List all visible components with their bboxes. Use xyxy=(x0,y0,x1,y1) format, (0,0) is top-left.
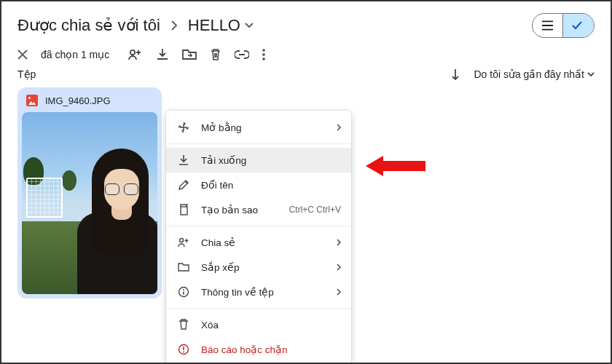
context-menu: Mở bằng Tải xuống Đổi tên Tạo bản sao Ct… xyxy=(166,111,351,364)
copy-icon xyxy=(176,204,191,215)
menu-make-copy[interactable]: Tạo bản sao Ctrl+C Ctrl+V xyxy=(166,197,351,222)
menu-file-info[interactable]: Thông tin về tệp xyxy=(166,280,351,304)
check-icon xyxy=(572,21,582,30)
menu-separator xyxy=(166,226,351,226)
menu-separator xyxy=(166,308,351,309)
svg-point-6 xyxy=(262,53,265,56)
chevron-down-icon xyxy=(245,23,254,28)
file-name: IMG_9460.JPG xyxy=(45,95,111,106)
info-icon xyxy=(176,286,191,298)
grid-view-button[interactable] xyxy=(563,14,594,37)
svg-point-11 xyxy=(183,289,184,290)
menu-report-label: Báo cáo hoặc chặn xyxy=(201,344,288,355)
breadcrumb-current-label: HELLO xyxy=(188,16,240,35)
menu-download[interactable]: Tải xuống xyxy=(166,148,351,173)
menu-report[interactable]: Báo cáo hoặc chặn xyxy=(166,337,351,362)
svg-point-5 xyxy=(262,49,265,52)
breadcrumb-shared[interactable]: Được chia sẻ với tôi xyxy=(17,16,160,35)
report-icon xyxy=(176,344,191,355)
list-icon xyxy=(541,20,554,31)
view-toggle xyxy=(532,13,595,38)
menu-make-copy-shortcut: Ctrl+C Ctrl+V xyxy=(289,205,341,215)
menu-rename-label: Đổi tên xyxy=(201,179,233,191)
submenu-arrow-icon xyxy=(337,264,341,271)
menu-remove-label: Xóa xyxy=(201,320,219,331)
menu-open-with[interactable]: Mở bằng xyxy=(166,115,351,140)
trash-icon xyxy=(176,319,191,331)
menu-remove[interactable]: Xóa xyxy=(166,312,351,337)
svg-rect-8 xyxy=(181,207,187,215)
sort-dropdown[interactable]: Do tôi sửa gần đây nhất xyxy=(474,68,595,80)
breadcrumb: Được chia sẻ với tôi HELLO xyxy=(17,16,254,35)
submenu-arrow-icon xyxy=(337,124,341,131)
chevron-down-icon xyxy=(587,72,595,77)
move-button[interactable] xyxy=(182,49,197,60)
delete-button[interactable] xyxy=(210,48,221,61)
svg-point-7 xyxy=(262,58,265,60)
menu-organize-label: Sắp xếp xyxy=(201,261,240,273)
share-icon xyxy=(176,237,191,248)
link-button[interactable] xyxy=(235,50,249,59)
breadcrumb-separator xyxy=(170,20,178,31)
menu-make-copy-label: Tạo bản sao xyxy=(201,204,258,215)
menu-separator xyxy=(166,143,351,144)
submenu-arrow-icon xyxy=(337,288,341,296)
menu-open-with-label: Mở bằng xyxy=(201,122,242,133)
more-button[interactable] xyxy=(262,49,265,60)
image-file-icon xyxy=(26,95,38,106)
open-with-icon xyxy=(176,122,191,133)
menu-file-info-label: Thông tin về tệp xyxy=(201,286,274,298)
svg-point-4 xyxy=(130,50,135,55)
rename-icon xyxy=(176,179,191,191)
selection-count: đã chọn 1 mục xyxy=(41,49,109,60)
annotation-arrow xyxy=(366,153,425,179)
menu-share[interactable]: Chia sẻ xyxy=(166,230,351,255)
menu-rename[interactable]: Đổi tên xyxy=(166,173,351,197)
menu-share-label: Chia sẻ xyxy=(201,237,235,248)
submenu-arrow-icon xyxy=(337,239,341,246)
selection-toolbar: đã chọn 1 mục xyxy=(1,44,611,68)
menu-download-label: Tải xuống xyxy=(201,154,246,166)
section-label: Tệp xyxy=(17,68,36,80)
list-view-button[interactable] xyxy=(533,14,563,37)
breadcrumb-current[interactable]: HELLO xyxy=(188,16,254,35)
download-button[interactable] xyxy=(156,48,169,61)
file-card[interactable]: IMG_9460.JPG xyxy=(17,87,162,298)
svg-point-13 xyxy=(183,352,184,353)
folder-icon xyxy=(176,262,191,272)
menu-organize[interactable]: Sắp xếp xyxy=(166,255,351,280)
file-thumbnail xyxy=(22,112,157,294)
svg-point-9 xyxy=(180,239,184,242)
close-selection-button[interactable] xyxy=(17,50,28,60)
sort-direction-button[interactable] xyxy=(450,68,460,80)
share-button[interactable] xyxy=(128,48,143,61)
sort-label: Do tôi sửa gần đây nhất xyxy=(474,68,584,80)
svg-marker-14 xyxy=(366,156,425,176)
download-icon xyxy=(176,154,191,166)
